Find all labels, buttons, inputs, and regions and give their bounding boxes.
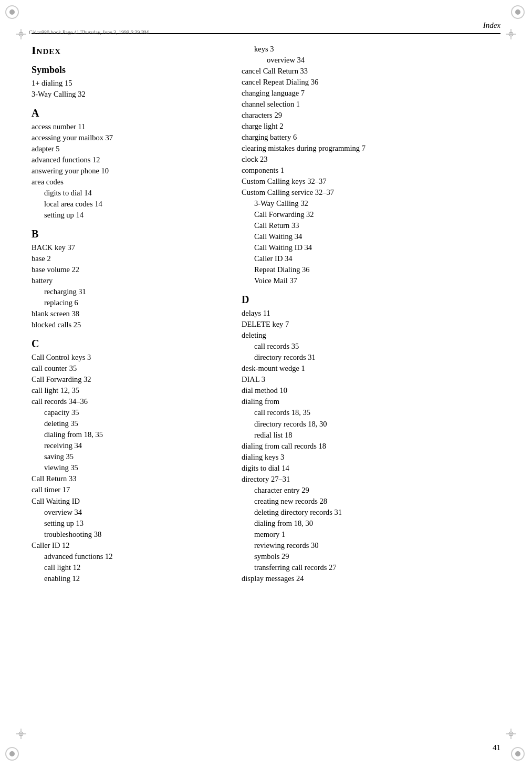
entry-access-number: access number 11: [32, 121, 221, 132]
entry-dir-dialing-from: dialing from 18, 30: [242, 518, 500, 529]
entry-dial: DIAL 3: [242, 374, 500, 385]
corner-mark-br: [511, 747, 527, 763]
entry-display-messages: display messages 24: [242, 573, 500, 584]
crosshair-br: [506, 729, 516, 739]
corner-mark-bl: [5, 747, 21, 763]
crosshair-bl: [16, 729, 26, 739]
entry-dir-transferring: transferring call records 27: [242, 562, 500, 573]
entry-custom-calling-keys: Custom Calling keys 32–37: [242, 176, 500, 187]
entry-deleting-header: deleting: [242, 330, 500, 341]
entry-dial-method: dial method 10: [242, 385, 500, 396]
entry-3way-calling: 3-Way Calling 32: [32, 89, 221, 100]
entry-cancel-repeat-dialing: cancel Repeat Dialing 36: [242, 77, 500, 88]
entry-advanced-functions: advanced functions 12: [32, 154, 221, 165]
entry-call-light: call light 12, 35: [32, 385, 221, 396]
entry-dir-deleting: deleting directory records 31: [242, 507, 500, 518]
entry-accessing-mailbox: accessing your mailbox 37: [32, 132, 221, 143]
entry-base: base 2: [32, 253, 221, 264]
entry-dir-character-entry: character entry 29: [242, 485, 500, 496]
entry-desk-mount-wedge: desk-mount wedge 1: [242, 363, 500, 374]
header-title: Index: [483, 21, 500, 30]
entry-call-return: Call Return 33: [32, 473, 221, 484]
corner-mark-tr: [511, 5, 527, 21]
entry-ccs-3way: 3-Way Calling 32: [242, 198, 500, 209]
entry-ccs-caller-id: Caller ID 34: [242, 253, 500, 264]
entry-ccs-call-forwarding: Call Forwarding 32: [242, 209, 500, 220]
entry-ccs-repeat-dialing: Repeat Dialing 36: [242, 264, 500, 275]
corner-mark-tl: [5, 5, 21, 21]
crosshair-tr: [506, 29, 516, 39]
entry-adapter: adapter 5: [32, 143, 221, 154]
entry-digits-to-dial-r: digits to dial 14: [242, 463, 500, 474]
crosshair-tl: [16, 29, 26, 39]
entry-cid-call-light: call light 12: [32, 562, 221, 573]
entry-battery: battery: [32, 275, 221, 286]
entry-deleting: deleting 35: [32, 418, 221, 429]
entry-dir-memory: memory 1: [242, 529, 500, 540]
entry-components: components 1: [242, 165, 500, 176]
entry-delete-key: DELETE key 7: [242, 319, 500, 330]
entry-dialing-from-cr: dialing from 18, 35: [32, 429, 221, 440]
entry-delays: delays 11: [242, 308, 500, 319]
entry-dialing-from-header: dialing from: [242, 396, 500, 407]
entry-blank-screen: blank screen 38: [32, 308, 221, 319]
entry-call-records: call records 34–36: [32, 396, 221, 407]
section-symbols-title: Symbols: [32, 65, 221, 76]
entry-cwid-troubleshooting: troubleshooting 38: [32, 529, 221, 540]
entry-caller-id: Caller ID 12: [32, 540, 221, 551]
entry-characters: characters 29: [242, 110, 500, 121]
entry-receiving: receiving 34: [32, 440, 221, 451]
entry-del-call-records: call records 35: [242, 341, 500, 352]
section-letter-b: B: [32, 228, 221, 240]
entry-channel-selection: channel selection 1: [242, 99, 500, 110]
entry-answering-phone: answering your phone 10: [32, 165, 221, 177]
page: Cidco980.book Page 41 Thursday, June 3, …: [0, 0, 532, 768]
entry-cid-enabling: enabling 12: [32, 573, 221, 584]
right-column: keys 3 overview 34 cancel Call Return 33…: [242, 44, 500, 584]
entry-custom-calling-service: Custom Calling service 32–37: [242, 187, 500, 198]
section-letter-c: C: [32, 338, 221, 350]
left-column: Index Symbols 1+ dialing 15 3-Way Callin…: [32, 44, 221, 584]
entry-viewing: viewing 35: [32, 462, 221, 473]
entry-clearing-mistakes: clearing mistakes during programming 7: [242, 143, 500, 154]
entry-recharging: recharging 31: [32, 286, 221, 297]
entry-charging-battery: charging battery 6: [242, 132, 500, 143]
section-letter-d: D: [242, 294, 500, 306]
page-number: 41: [493, 743, 500, 752]
main-content: Index Symbols 1+ dialing 15 3-Way Callin…: [32, 44, 500, 584]
entry-back-key: BACK key 37: [32, 242, 221, 253]
entry-dialing-from-call-records: dialing from call records 18: [242, 441, 500, 452]
entry-ccs-call-return: Call Return 33: [242, 220, 500, 231]
entry-replacing: replacing 6: [32, 297, 221, 308]
entry-call-counter: call counter 35: [32, 363, 221, 374]
entry-call-timer: call timer 17: [32, 484, 221, 495]
entry-ccs-call-waiting-id: Call Waiting ID 34: [242, 242, 500, 253]
entry-changing-language: changing language 7: [242, 88, 500, 99]
entry-df-redial-list: redial list 18: [242, 430, 500, 441]
entry-dir-creating-new: creating new records 28: [242, 496, 500, 507]
entry-call-waiting-id: Call Waiting ID: [32, 496, 221, 507]
filepath-note: Cidco980.book Page 41 Thursday, June 3, …: [29, 29, 149, 35]
entry-dialing-keys: dialing keys 3: [242, 452, 500, 463]
entry-call-control-keys: Call Control keys 3: [32, 352, 221, 363]
entry-1plus-dialing: 1+ dialing 15: [32, 78, 221, 89]
entry-dir-symbols: symbols 29: [242, 551, 500, 562]
entry-blocked-calls: blocked calls 25: [32, 319, 221, 330]
entry-del-directory-records: directory records 31: [242, 352, 500, 363]
entry-cid-advanced: advanced functions 12: [32, 551, 221, 562]
entry-saving: saving 35: [32, 451, 221, 462]
entry-dir-reviewing: reviewing records 30: [242, 540, 500, 551]
entry-cwid-setting-up: setting up 13: [32, 518, 221, 529]
entry-overview: overview 34: [242, 55, 500, 66]
entry-setting-up: setting up 14: [32, 210, 221, 221]
entry-ccs-voice-mail: Voice Mail 37: [242, 275, 500, 286]
entry-ccs-call-waiting: Call Waiting 34: [242, 231, 500, 242]
entry-df-call-records: call records 18, 35: [242, 407, 500, 418]
entry-call-forwarding: Call Forwarding 32: [32, 374, 221, 385]
entry-area-codes: area codes: [32, 177, 221, 188]
entry-df-directory-records: directory records 18, 30: [242, 419, 500, 430]
index-main-heading: Index: [32, 44, 221, 57]
entry-base-volume: base volume 22: [32, 264, 221, 275]
entry-keys: keys 3: [242, 44, 500, 55]
entry-cancel-call-return: cancel Call Return 33: [242, 66, 500, 77]
